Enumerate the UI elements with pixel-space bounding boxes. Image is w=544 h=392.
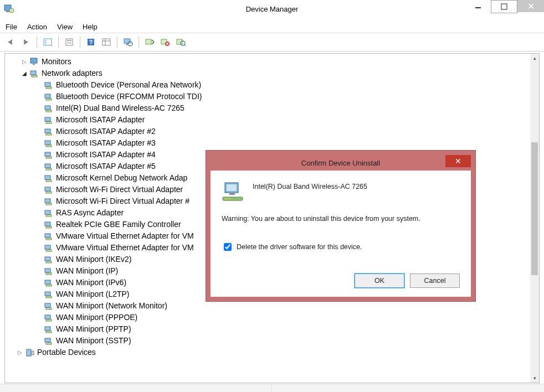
svg-rect-33	[45, 94, 50, 98]
close-button[interactable]: ✕	[517, 0, 544, 12]
status-bar	[0, 384, 544, 392]
minimize-button[interactable]	[465, 0, 491, 12]
forward-button[interactable]	[19, 35, 33, 49]
dialog-warning-text: Warning: You are about to uninstall this…	[222, 215, 460, 223]
delete-driver-checkbox-row[interactable]: Delete the driver software for this devi…	[222, 241, 460, 252]
tree-label: Network adapters	[42, 68, 102, 79]
svg-rect-32	[46, 87, 52, 89]
titlebar: Device Manager ✕	[0, 0, 544, 18]
tree-node-network-adapter-item[interactable]: Intel(R) Dual Band Wireless-AC 7265	[35, 102, 530, 114]
view-devices-button[interactable]	[99, 35, 114, 49]
tree-node-network-adapter-item[interactable]: WAN Miniport (SSTP)	[35, 335, 530, 347]
toolbar-separator	[138, 36, 139, 48]
tree-label: Microsoft Wi-Fi Direct Virtual Adapter	[56, 184, 183, 195]
back-button[interactable]	[3, 35, 18, 49]
network-adapter-icon	[44, 313, 54, 323]
svg-rect-35	[45, 106, 50, 110]
ok-button[interactable]: OK	[355, 274, 404, 288]
svg-rect-43	[45, 152, 50, 156]
tree-spacer	[35, 244, 43, 252]
update-driver-button[interactable]	[142, 35, 157, 49]
tree-node-monitors[interactable]: ▷ Monitors	[20, 56, 530, 68]
expand-icon[interactable]: ▷	[20, 58, 28, 66]
toolbar-separator	[58, 36, 59, 48]
network-adapter-icon	[44, 243, 54, 253]
network-adapter-icon	[44, 266, 54, 276]
tree-spacer	[35, 221, 43, 229]
tree-node-network-adapter-item[interactable]: WAN Miniport (PPPOE)	[35, 312, 530, 323]
scroll-down-button[interactable]: ▾	[530, 374, 539, 383]
tree-node-network-adapter-item[interactable]: WAN Miniport (PPTP)	[35, 323, 530, 335]
svg-rect-69	[45, 303, 50, 307]
scroll-up-button[interactable]: ▴	[530, 54, 539, 63]
svg-rect-83	[225, 198, 227, 199]
menu-bar: File Action View Help	[0, 20, 544, 33]
svg-rect-52	[46, 203, 52, 205]
network-adapter-icon	[44, 336, 54, 346]
monitor-icon	[29, 57, 39, 67]
tree-spacer	[35, 163, 43, 171]
help-button[interactable]: ?	[84, 35, 98, 49]
collapse-icon[interactable]: ◢	[20, 70, 28, 78]
svg-rect-78	[32, 351, 34, 355]
tree-node-portable-devices[interactable]: ▷ Portable Devices	[16, 347, 530, 358]
svg-rect-68	[46, 296, 52, 298]
tree-node-network-adapters[interactable]: ◢ Network adapters	[20, 68, 530, 79]
svg-rect-4	[501, 4, 507, 9]
svg-rect-65	[45, 280, 50, 284]
menu-help[interactable]: Help	[83, 23, 97, 31]
svg-rect-9	[67, 42, 71, 43]
tree-label: Microsoft ISATAP Adapter #2	[56, 126, 156, 137]
svg-rect-13	[102, 39, 110, 45]
menu-file[interactable]: File	[6, 23, 17, 31]
delete-driver-checkbox[interactable]	[224, 243, 232, 251]
uninstall-button[interactable]	[158, 35, 172, 49]
tree-spacer	[35, 233, 43, 240]
svg-rect-39	[45, 129, 50, 133]
confirm-uninstall-dialog: Confirm Device Uninstall ✕ Intel(R) Dual…	[206, 151, 475, 301]
tree-node-network-adapter-item[interactable]: Bluetooth Device (RFCOMM Protocol TDI)	[35, 91, 530, 102]
svg-line-26	[184, 45, 186, 46]
tree-spacer	[35, 337, 43, 345]
network-adapter-icon	[44, 115, 54, 125]
svg-rect-29	[30, 71, 36, 75]
svg-rect-73	[45, 327, 50, 331]
maximize-button[interactable]	[491, 0, 517, 13]
svg-rect-53	[45, 210, 50, 214]
tree-node-network-adapter-item[interactable]: Bluetooth Device (Personal Area Network)	[35, 79, 530, 91]
expand-icon[interactable]: ▷	[16, 349, 24, 357]
scan-hardware-button[interactable]	[173, 35, 188, 49]
show-hide-console-tree-button[interactable]	[40, 35, 55, 49]
svg-rect-59	[45, 245, 50, 249]
tree-label: WAN Miniport (PPPOE)	[56, 312, 137, 323]
dialog-close-button[interactable]: ✕	[445, 155, 471, 167]
network-adapter-icon	[44, 92, 54, 102]
tree-spacer	[35, 151, 43, 159]
svg-rect-63	[45, 269, 50, 272]
scroll-thumb[interactable]	[531, 142, 538, 275]
scan-computer-button[interactable]	[121, 35, 135, 49]
tree-label: Bluetooth Device (Personal Area Network)	[56, 79, 201, 91]
menu-view[interactable]: View	[57, 23, 73, 31]
tree-label: VMware Virtual Ethernet Adapter for VM	[56, 230, 194, 242]
dialog-titlebar[interactable]: Confirm Device Uninstall ✕	[211, 155, 471, 171]
svg-rect-30	[32, 75, 37, 77]
properties-button[interactable]	[62, 35, 76, 49]
tree-node-network-adapter-item[interactable]: WAN Miniport (Network Monitor)	[35, 300, 530, 312]
svg-rect-55	[45, 222, 50, 226]
network-adapter-icon	[44, 127, 54, 137]
menu-action[interactable]: Action	[27, 23, 47, 31]
tree-node-network-adapter-item[interactable]: Microsoft ISATAP Adapter	[35, 114, 530, 126]
svg-rect-67	[45, 292, 50, 296]
tree-node-network-adapter-item[interactable]: Microsoft ISATAP Adapter #3	[35, 137, 530, 149]
tree-label: Intel(R) Dual Band Wireless-AC 7265	[56, 102, 184, 114]
tree-node-network-adapter-item[interactable]: Microsoft ISATAP Adapter #2	[35, 126, 530, 137]
vertical-scrollbar[interactable]: ▴ ▾	[530, 54, 539, 383]
network-adapter-icon	[44, 324, 54, 334]
svg-rect-47	[45, 176, 50, 179]
svg-rect-56	[46, 226, 52, 228]
toolbar-separator	[80, 36, 80, 48]
cancel-button[interactable]: Cancel	[410, 274, 460, 288]
svg-rect-16	[124, 39, 130, 43]
svg-rect-27	[30, 58, 37, 63]
